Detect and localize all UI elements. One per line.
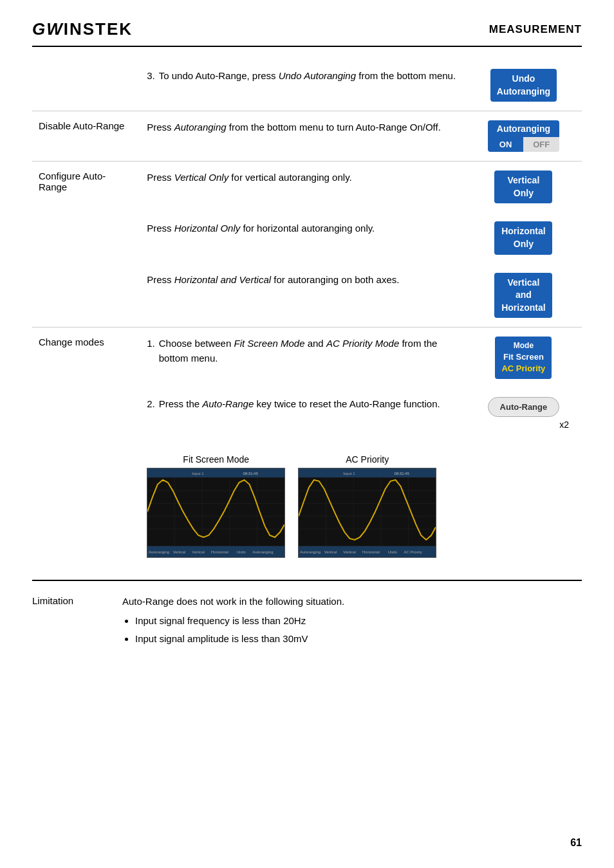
svg-rect-30 xyxy=(299,468,436,477)
row-change-modes-2: 2. Press the Auto-Range key twice to res… xyxy=(32,388,582,439)
row-configure-both: Press Horizontal and Vertical for autora… xyxy=(32,264,582,328)
btn-cell-undo: UndoAutoranging xyxy=(465,60,582,111)
screens-cell: Fit Screen Mode xyxy=(140,439,582,567)
label-undo xyxy=(32,60,140,111)
svg-text:08:31:45: 08:31:45 xyxy=(395,471,410,475)
btn-cell-autoranging-toggle: Autoranging ON OFF xyxy=(465,111,582,162)
limitation-list: Input signal frequency is less than 20Hz… xyxy=(122,613,582,647)
btn-off[interactable]: OFF xyxy=(523,137,559,152)
label-change-modes: Change modes xyxy=(32,328,140,388)
desc-both: Press Horizontal and Vertical for autora… xyxy=(140,264,465,328)
fit-screen-grid: Input 1 08:31:45 Autoranging Vertical Ve… xyxy=(147,468,284,558)
page-number: 61 xyxy=(570,837,582,849)
limitation-divider xyxy=(32,580,582,581)
desc-horizontal: Press Horizontal Only for horizontal aut… xyxy=(140,212,465,263)
btn-cell-both: VerticalandHorizontal xyxy=(465,264,582,328)
ac-priority-label: AC Priority xyxy=(346,454,389,465)
autoranging-label: Autoranging xyxy=(488,120,559,137)
desc-modes-2-text: Press the Auto-Range key twice to reset … xyxy=(159,397,440,412)
num-3: 3. xyxy=(147,69,155,84)
limitation-section: Limitation Auto-Range does not work in t… xyxy=(32,594,582,649)
svg-text:Autoranging: Autoranging xyxy=(300,549,321,553)
fit-screen-container: Fit Screen Mode xyxy=(147,454,285,558)
btn-horizontal-only[interactable]: HorizontalOnly xyxy=(494,221,552,254)
ac-priority-container: AC Priority xyxy=(298,454,436,558)
list-item-2: Input signal amplitude is less than 30mV xyxy=(135,631,582,647)
btn-undo-autoranging[interactable]: UndoAutoranging xyxy=(490,69,557,102)
label-configure: Configure Auto-Range xyxy=(32,162,140,213)
btn-mode-fitscreen-acpriority[interactable]: Mode Fit Screen AC Priority xyxy=(495,337,552,378)
logo: GWINSTEK xyxy=(32,19,133,39)
fit-screen-label: Fit Screen Mode xyxy=(183,454,249,465)
num-2: 2. xyxy=(147,397,155,412)
svg-text:08:31:45: 08:31:45 xyxy=(243,471,259,475)
btn-autoranging-toggle[interactable]: Autoranging ON OFF xyxy=(488,120,559,152)
row-change-modes-1: Change modes 1. Choose between Fit Scree… xyxy=(32,328,582,388)
btn-vertical-horizontal[interactable]: VerticalandHorizontal xyxy=(494,273,552,319)
fit-screen-display: Input 1 08:31:45 Autoranging Vertical Ve… xyxy=(147,468,285,558)
desc-vertical: Press Vertical Only for vertical autoran… xyxy=(140,162,465,213)
svg-text:AC Priority: AC Priority xyxy=(404,549,422,553)
svg-text:Input 1: Input 1 xyxy=(192,471,205,475)
ac-priority-grid: Input 1 08:31:45 Autoranging Vertical Ve… xyxy=(299,468,436,558)
ac-priority-display: Input 1 08:31:45 Autoranging Vertical Ve… xyxy=(298,468,436,558)
svg-rect-10 xyxy=(147,468,284,477)
desc-modes-1: 1. Choose between Fit Screen Mode and AC… xyxy=(140,328,465,388)
desc-undo: 3. To undo Auto-Range, press Undo Autora… xyxy=(140,60,465,111)
mode-label-top: Mode xyxy=(514,340,534,351)
row-screens: Fit Screen Mode xyxy=(32,439,582,567)
label-empty-screens xyxy=(32,439,140,567)
svg-text:Vertical: Vertical xyxy=(192,549,205,553)
label-empty-both xyxy=(32,264,140,328)
limitation-content: Auto-Range does not work in the followin… xyxy=(122,594,582,649)
label-disable: Disable Auto-Range xyxy=(32,111,140,162)
content-table: 3. To undo Auto-Range, press Undo Autora… xyxy=(32,60,582,567)
limitation-label: Limitation xyxy=(32,594,116,606)
btn-auto-range-oval[interactable]: Auto-Range xyxy=(488,397,560,417)
desc-undo-text: To undo Auto-Range, press Undo Autorangi… xyxy=(159,69,456,84)
svg-text:Vertical: Vertical xyxy=(344,549,356,553)
svg-text:Autoranging: Autoranging xyxy=(253,549,274,553)
label-empty-modes2 xyxy=(32,388,140,439)
screens-row: Fit Screen Mode xyxy=(147,454,575,558)
row-undo-autoranging: 3. To undo Auto-Range, press Undo Autora… xyxy=(32,60,582,111)
btn-on[interactable]: ON xyxy=(488,137,524,152)
num-1: 1. xyxy=(147,337,155,365)
svg-text:Autoranging: Autoranging xyxy=(149,549,169,553)
desc-modes-1-text: Choose between Fit Screen Mode and AC Pr… xyxy=(159,337,459,365)
svg-text:Undo: Undo xyxy=(388,549,398,553)
mode-label-mid: Fit Screen xyxy=(503,351,544,363)
svg-text:Horizontal: Horizontal xyxy=(211,549,228,553)
header: GWINSTEK MEASUREMENT xyxy=(32,19,582,39)
x2-label: x2 xyxy=(472,420,575,430)
row-configure-vertical: Configure Auto-Range Press Vertical Only… xyxy=(32,162,582,213)
page: GWINSTEK MEASUREMENT 3. To undo Auto-Ran… xyxy=(0,0,614,868)
label-empty-horiz xyxy=(32,212,140,263)
section-title: MEASUREMENT xyxy=(489,23,582,36)
mode-label-bot: AC Priority xyxy=(501,363,545,374)
desc-modes-2: 2. Press the Auto-Range key twice to res… xyxy=(140,388,465,439)
svg-text:Vertical: Vertical xyxy=(173,549,185,553)
header-divider xyxy=(32,46,582,47)
btn-cell-mode: Mode Fit Screen AC Priority xyxy=(465,328,582,388)
logo-gw: GW xyxy=(32,19,64,39)
btn-cell-vertical: VerticalOnly xyxy=(465,162,582,213)
row-configure-horizontal: Press Horizontal Only for horizontal aut… xyxy=(32,212,582,263)
logo-instek: INSTEK xyxy=(64,19,133,39)
btn-cell-autorange-oval: Auto-Range x2 xyxy=(465,388,582,439)
limitation-intro: Auto-Range does not work in the followin… xyxy=(122,594,582,609)
svg-text:Input 1: Input 1 xyxy=(344,471,356,475)
row-disable-autorange: Disable Auto-Range Press Autoranging fro… xyxy=(32,111,582,162)
svg-text:Undo: Undo xyxy=(237,549,247,553)
on-off-row: ON OFF xyxy=(488,137,559,152)
btn-vertical-only[interactable]: VerticalOnly xyxy=(494,171,552,203)
svg-text:Vertical: Vertical xyxy=(324,549,337,553)
desc-disable: Press Autoranging from the bottom menu t… xyxy=(140,111,465,162)
btn-cell-horizontal: HorizontalOnly xyxy=(465,212,582,263)
list-item-1: Input signal frequency is less than 20Hz xyxy=(135,613,582,629)
svg-text:Horizontal: Horizontal xyxy=(362,549,380,553)
